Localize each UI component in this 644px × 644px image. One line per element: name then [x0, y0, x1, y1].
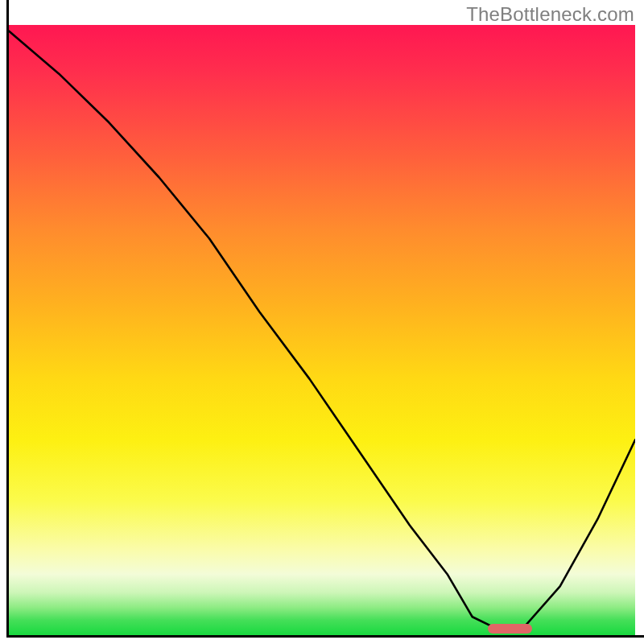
- optimum-marker: [488, 624, 531, 634]
- y-axis-line: [6, 0, 9, 638]
- plot-area: [9, 25, 635, 635]
- chart-stage: TheBottleneck.com: [0, 0, 644, 644]
- x-axis-line: [6, 635, 644, 638]
- watermark-text: TheBottleneck.com: [466, 3, 634, 26]
- bottleneck-curve: [9, 25, 635, 635]
